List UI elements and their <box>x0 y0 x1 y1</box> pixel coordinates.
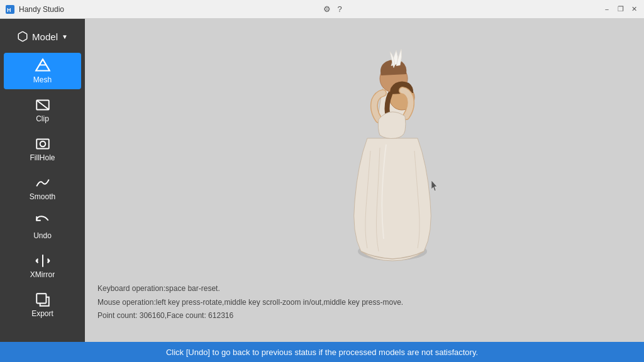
sidebar-export-label: Export <box>31 309 53 318</box>
restore-button[interactable]: ❐ <box>616 5 625 14</box>
app-title: Handy Studio <box>19 5 64 14</box>
sidebar-xmirror-label: XMirror <box>30 270 55 279</box>
help-icon[interactable]: ? <box>335 4 345 14</box>
model-label: Model <box>32 31 58 42</box>
main-layout: Model ▼ Mesh Clip <box>0 19 644 342</box>
model-dropdown-icon: ▼ <box>62 33 68 40</box>
title-bar: H Handy Studio ⚙ ? − ❐ ✕ <box>0 0 644 19</box>
svg-line-7 <box>36 100 49 109</box>
status-bar: Click [Undo] to go back to previous stat… <box>0 342 644 362</box>
sidebar-item-export[interactable]: Export <box>4 287 81 323</box>
app-icon: H <box>5 4 15 14</box>
title-bar-settings: ⚙ ? <box>322 4 345 14</box>
settings-icon[interactable]: ⚙ <box>322 4 332 14</box>
sidebar-undo-label: Undo <box>33 231 52 240</box>
keyboard-info: Keyboard operation:space bar-reset. <box>97 282 403 296</box>
svg-text:H: H <box>7 7 11 13</box>
close-button[interactable]: ✕ <box>630 5 639 14</box>
window-controls: − ❐ ✕ <box>602 5 639 14</box>
sidebar-smooth-label: Smooth <box>30 192 55 201</box>
info-overlay: Keyboard operation:space bar-reset. Mous… <box>97 282 403 323</box>
sidebar-item-clip[interactable]: Clip <box>4 92 81 128</box>
viewport[interactable]: Keyboard operation:space bar-reset. Mous… <box>85 19 644 342</box>
sidebar-item-model[interactable]: Model ▼ <box>4 24 81 49</box>
svg-point-9 <box>40 141 45 147</box>
svg-rect-8 <box>36 139 49 148</box>
sidebar-item-mesh[interactable]: Mesh <box>4 53 81 89</box>
svg-rect-11 <box>36 293 46 303</box>
sidebar: Model ▼ Mesh Clip <box>0 19 85 342</box>
model-3d <box>323 38 462 279</box>
sidebar-item-xmirror[interactable]: XMirror <box>4 248 81 284</box>
sidebar-item-fillhole[interactable]: FillHole <box>4 131 81 167</box>
sidebar-clip-label: Clip <box>36 114 49 123</box>
sidebar-fillhole-label: FillHole <box>30 153 55 162</box>
sidebar-item-smooth[interactable]: Smooth <box>4 170 81 206</box>
minimize-button[interactable]: − <box>602 5 611 14</box>
sidebar-item-undo[interactable]: Undo <box>4 209 81 245</box>
count-info: Point count: 306160,Face count: 612316 <box>97 309 403 323</box>
sidebar-mesh-label: Mesh <box>33 75 52 84</box>
mouse-info: Mouse operation:left key press-rotate,mi… <box>97 296 403 310</box>
status-message: Click [Undo] to go back to previous stat… <box>166 348 478 357</box>
